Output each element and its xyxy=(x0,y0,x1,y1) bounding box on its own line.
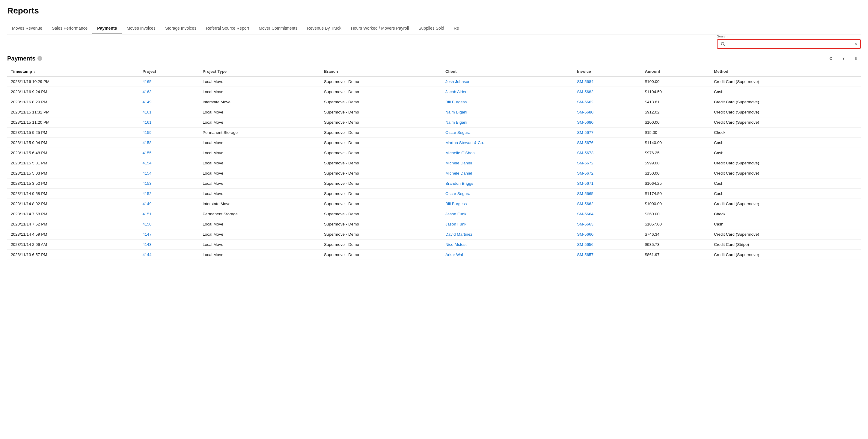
invoice-link[interactable]: SM-5673 xyxy=(577,150,593,155)
project-link[interactable]: 4152 xyxy=(143,191,152,196)
invoice-link[interactable]: SM-5660 xyxy=(577,232,593,237)
client-link[interactable]: Bill Burgess xyxy=(445,100,467,104)
project-link[interactable]: 4161 xyxy=(143,110,152,114)
project-link[interactable]: 4154 xyxy=(143,171,152,175)
tab-revenue-by-truck[interactable]: Revenue By Truck xyxy=(302,23,346,34)
client-link[interactable]: Arkar Wai xyxy=(445,252,463,257)
project-link[interactable]: 4161 xyxy=(143,120,152,125)
search-input[interactable] xyxy=(728,42,853,46)
client-link[interactable]: Naim Bigani xyxy=(445,110,467,114)
project-link[interactable]: 4154 xyxy=(143,161,152,165)
tab-payments[interactable]: Payments xyxy=(92,23,122,34)
project-link[interactable]: 4158 xyxy=(143,140,152,145)
cell-method: Credit Card (Stripe) xyxy=(710,240,861,250)
project-link[interactable]: 4151 xyxy=(143,212,152,216)
invoice-link[interactable]: SM-5672 xyxy=(577,171,593,175)
cell-project_type: Local Move xyxy=(199,138,320,148)
project-link[interactable]: 4150 xyxy=(143,222,152,226)
col-header-project[interactable]: Project xyxy=(139,67,199,76)
cell-client: Brandon Briggs xyxy=(442,178,574,189)
invoice-link[interactable]: SM-5676 xyxy=(577,140,593,145)
download-button[interactable]: ⬇ xyxy=(851,54,861,63)
client-link[interactable]: Naim Bigani xyxy=(445,120,467,125)
tab-supplies-sold[interactable]: Supplies Sold xyxy=(414,23,449,34)
tab-moves-revenue[interactable]: Moves Revenue xyxy=(7,23,47,34)
col-header-method[interactable]: Method xyxy=(710,67,861,76)
client-link[interactable]: Martha Stewart & Co. xyxy=(445,140,484,145)
project-link[interactable]: 4149 xyxy=(143,100,152,104)
cell-project: 4152 xyxy=(139,189,199,199)
info-icon[interactable]: i xyxy=(37,56,42,61)
invoice-link[interactable]: SM-5664 xyxy=(577,212,593,216)
project-link[interactable]: 4159 xyxy=(143,130,152,135)
invoice-link[interactable]: SM-5677 xyxy=(577,130,593,135)
cell-project: 4149 xyxy=(139,97,199,107)
invoice-link[interactable]: SM-5682 xyxy=(577,90,593,94)
cell-branch: Supermove - Demo xyxy=(320,209,442,219)
tab-storage-invoices[interactable]: Storage Invoices xyxy=(160,23,201,34)
table-row: 2023/11/15 5:31 PM4154Local MoveSupermov… xyxy=(7,158,861,168)
invoice-link[interactable]: SM-5665 xyxy=(577,191,593,196)
tab-mover-commitments[interactable]: Mover Commitments xyxy=(254,23,302,34)
invoice-link[interactable]: SM-5680 xyxy=(577,120,593,125)
invoice-link[interactable]: SM-5671 xyxy=(577,181,593,185)
invoice-link[interactable]: SM-5672 xyxy=(577,161,593,165)
project-link[interactable]: 4147 xyxy=(143,232,152,237)
cell-branch: Supermove - Demo xyxy=(320,199,442,209)
client-link[interactable]: Brandon Briggs xyxy=(445,181,473,185)
col-header-invoice[interactable]: Invoice xyxy=(574,67,641,76)
cell-invoice: SM-5677 xyxy=(574,128,641,138)
table-row: 2023/11/15 6:48 PM4155Local MoveSupermov… xyxy=(7,148,861,158)
invoice-link[interactable]: SM-5684 xyxy=(577,79,593,84)
project-link[interactable]: 4153 xyxy=(143,181,152,185)
cell-project_type: Local Move xyxy=(199,250,320,260)
client-link[interactable]: Oscar Segura xyxy=(445,130,470,135)
table-row: 2023/11/14 4:59 PM4147Local MoveSupermov… xyxy=(7,229,861,240)
client-link[interactable]: Nico Mctest xyxy=(445,242,467,247)
cell-project: 4150 xyxy=(139,219,199,229)
col-header-branch[interactable]: Branch xyxy=(320,67,442,76)
client-link[interactable]: Jason Funk xyxy=(445,212,466,216)
cell-project: 4159 xyxy=(139,128,199,138)
col-header-timestamp[interactable]: Timestamp↓ xyxy=(7,67,139,76)
tab-hours-worked-movers-payroll[interactable]: Hours Worked / Movers Payroll xyxy=(346,23,414,34)
invoice-link[interactable]: SM-5663 xyxy=(577,222,593,226)
project-link[interactable]: 4163 xyxy=(143,90,152,94)
client-link[interactable]: Jacob Alden xyxy=(445,90,468,94)
client-link[interactable]: Josh Johnson xyxy=(445,79,470,84)
client-link[interactable]: Oscar Segura xyxy=(445,191,470,196)
tab-sales-performance[interactable]: Sales Performance xyxy=(47,23,92,34)
project-link[interactable]: 4155 xyxy=(143,150,152,155)
client-link[interactable]: Michele Daniel xyxy=(445,171,472,175)
invoice-link[interactable]: SM-5662 xyxy=(577,202,593,206)
project-link[interactable]: 4165 xyxy=(143,79,152,84)
client-link[interactable]: David Martinez xyxy=(445,232,472,237)
invoice-link[interactable]: SM-5657 xyxy=(577,252,593,257)
invoice-link[interactable]: SM-5662 xyxy=(577,100,593,104)
client-link[interactable]: Bill Burgess xyxy=(445,202,467,206)
project-link[interactable]: 4149 xyxy=(143,202,152,206)
tab-re[interactable]: Re xyxy=(449,23,464,34)
tab-referral-source-report[interactable]: Referral Source Report xyxy=(201,23,254,34)
table-row: 2023/11/15 9:25 PM4159Permanent StorageS… xyxy=(7,128,861,138)
col-header-amount[interactable]: Amount xyxy=(641,67,710,76)
table-title-area: Payments i xyxy=(7,55,42,62)
cell-project: 4147 xyxy=(139,229,199,240)
client-link[interactable]: Michele Daniel xyxy=(445,161,472,165)
table-row: 2023/11/13 6:57 PM4144Local MoveSupermov… xyxy=(7,250,861,260)
col-header-client[interactable]: Client xyxy=(442,67,574,76)
cell-invoice: SM-5680 xyxy=(574,107,641,117)
client-link[interactable]: Michelle O'Shea xyxy=(445,150,475,155)
search-clear-button[interactable]: × xyxy=(853,42,857,46)
project-link[interactable]: 4144 xyxy=(143,252,152,257)
client-link[interactable]: Jason Funk xyxy=(445,222,466,226)
cell-method: Credit Card (Supermove) xyxy=(710,76,861,87)
col-header-project_type[interactable]: Project Type xyxy=(199,67,320,76)
invoice-link[interactable]: SM-5656 xyxy=(577,242,593,247)
settings-button[interactable]: ⚙ xyxy=(826,54,836,63)
tab-moves-invoices[interactable]: Moves Invoices xyxy=(122,23,160,34)
filter-button[interactable]: ▾ xyxy=(839,54,848,63)
cell-timestamp: 2023/11/15 11:32 PM xyxy=(7,107,139,117)
project-link[interactable]: 4143 xyxy=(143,242,152,247)
invoice-link[interactable]: SM-5680 xyxy=(577,110,593,114)
